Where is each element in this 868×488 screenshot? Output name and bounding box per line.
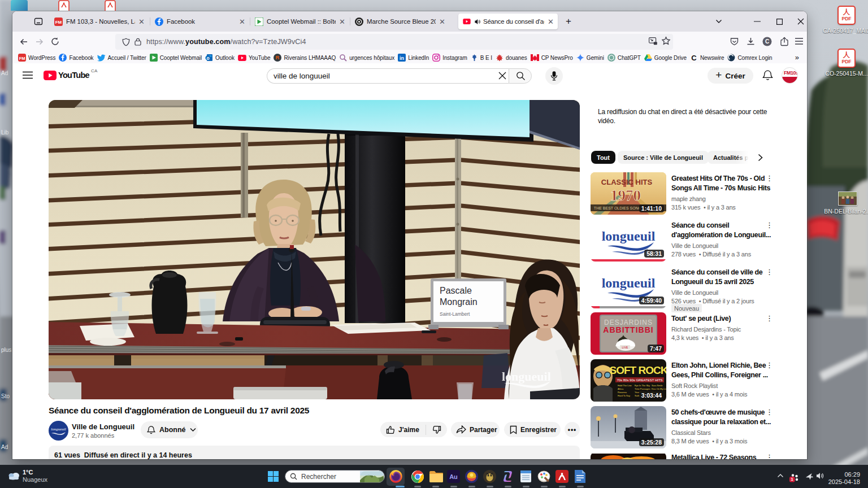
svg-text:LIVE: LIVE [622, 346, 629, 349]
svg-text:FM: FM [55, 20, 62, 25]
svg-text:plus: plus [1, 347, 11, 353]
svg-text:1: 1 [791, 477, 793, 482]
svg-text:R: R [276, 55, 280, 60]
svg-text:Pascale: Pascale [440, 286, 472, 295]
svg-text:Ad: Ad [1, 70, 8, 76]
svg-text:Lib: Lib [1, 129, 9, 136]
svg-text:Saint-Lambert: Saint-Lambert [440, 311, 470, 317]
svg-text:Rosanna: Rosanna [618, 391, 627, 394]
svg-text:Africa: Africa [618, 387, 624, 390]
svg-text:o: o [207, 55, 210, 61]
svg-text:C: C [765, 38, 769, 45]
svg-text:1970: 1970 [610, 187, 641, 204]
svg-text:longueuil: longueuil [602, 276, 656, 290]
svg-text:70s 80s 90s GREATEST HITS: 70s 80s 90s GREATEST HITS [617, 378, 662, 382]
svg-text:Hard To Say: Hard To Say [618, 394, 630, 397]
svg-text:CLASSIC HITS: CLASSIC HITS [601, 178, 653, 186]
svg-text:Ad: Ad [1, 444, 8, 450]
svg-text:THE BEST OLDIES SONG: THE BEST OLDIES SONG [594, 206, 641, 210]
svg-text:Eye In The Sky: Eye In The Sky [635, 384, 650, 387]
svg-text:FM: FM [19, 56, 25, 61]
svg-text:Sara Smile: Sara Smile [652, 384, 663, 387]
svg-text:Kiss On My List: Kiss On My List [652, 387, 666, 390]
svg-text:in: in [400, 55, 404, 61]
svg-text:longueuil: longueuil [502, 369, 551, 384]
svg-text:Sto: Sto [1, 393, 10, 399]
svg-text:Mongrain: Mongrain [440, 297, 478, 307]
svg-text:ABBITTIBBI: ABBITTIBBI [603, 325, 653, 334]
svg-text:C: C [691, 54, 697, 62]
svg-text:Time Passages: Time Passages [635, 387, 650, 390]
svg-text:Hold The Line: Hold The Line [618, 384, 632, 387]
svg-text:SOFT ROCK: SOFT ROCK [610, 364, 666, 376]
svg-text:longueuil: longueuil [602, 229, 656, 243]
